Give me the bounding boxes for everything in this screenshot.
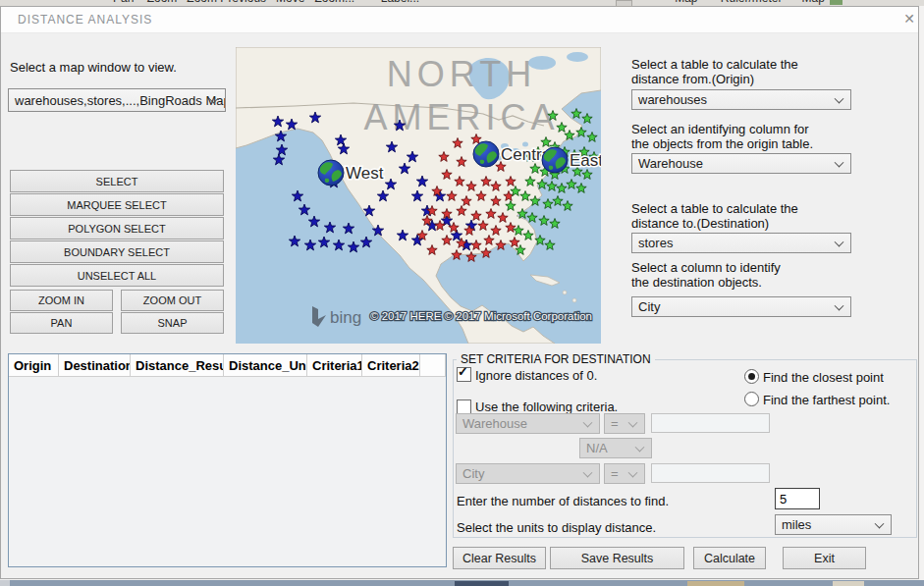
destination-column-label: Select a column to identify the destinat… [631,260,781,290]
radio-dot-icon [748,373,755,380]
criteria1-operator-select: = [604,413,645,434]
chevron-down-icon [875,518,885,528]
map-region-title-line2: AMERICA [363,97,559,137]
criteria1-value-input [651,413,770,433]
closest-point-radio[interactable] [744,369,759,384]
criteria1-field-select: Warehouse [456,413,600,434]
background-toolbar-text: Pan Zoom Zoom Previous Move Zoom... Labe… [113,0,825,5]
criteria2-value-input [651,463,770,483]
use-criteria-label: Use the following criteria. [475,400,618,414]
chevron-down-icon [628,467,638,477]
units-label: Select the units to display distance. [457,520,656,535]
background-fragment [687,581,744,586]
origin-column-label: Select an identifying column for the obj… [631,122,813,151]
origin-column-select[interactable]: Warehouse [631,153,851,174]
chevron-down-icon [628,417,638,427]
column-header-origin: Origin [9,354,59,376]
criteria2-field-select: City [456,463,600,484]
chevron-down-icon [835,157,844,167]
column-header-distance-unit: Distance_Unit [224,354,307,376]
map-window-select[interactable]: warehouses,stores,...,BingRoads Map [8,88,226,112]
criteria2-operator-value: = [611,466,619,481]
farthest-point-label: Find the farthest point. [763,393,890,407]
background-fragment [830,0,842,5]
destination-column-select[interactable]: City [631,296,851,317]
destination-table-value: stores [638,236,673,250]
warehouse-label-east: East [570,151,601,170]
chevron-down-icon [835,300,844,310]
background-fragment [455,581,509,586]
arctic-water [567,52,588,62]
dialog-titlebar[interactable]: DISTANCE ANALYSIS [1,7,918,33]
distance-analysis-screen: { "background": { "toolbar_fragment": "P… [0,0,924,586]
origin-table-label: Select a table to calculate the distance… [631,57,798,86]
ignore-zero-checkbox[interactable]: ✓ [457,367,471,382]
warehouse-marker-east[interactable]: East [542,147,601,173]
chevron-down-icon [583,467,593,477]
units-value: miles [782,517,811,532]
origin-column-value: Warehouse [638,156,703,171]
warehouse-label-west: West [346,164,384,183]
use-criteria-checkbox[interactable] [457,400,471,414]
background-fragment [0,580,10,586]
criteria2-field-value: City [462,466,484,481]
results-table[interactable]: OriginDestinationDistance_ResultDistance… [8,353,447,567]
closest-point-label: Find the closest point [763,370,884,385]
select-button[interactable]: SELECT [10,170,224,192]
map-attribution: © 2017 HERE © 2017 Microsoft Corporation [370,310,592,322]
zoom-out-button[interactable]: ZOOM OUT [121,290,224,311]
dialog-right-edge [919,6,924,580]
criteria1-operator-value: = [611,416,619,431]
criteria-logic-value: N/A [586,441,608,455]
chevron-down-icon [635,442,645,452]
destination-column-value: City [638,299,660,314]
origin-table-value: warehouses [638,92,707,107]
origin-table-select[interactable]: warehouses [631,89,851,110]
column-header-destination: Destination [59,354,131,376]
marquee-select-button[interactable]: MARQUEE SELECT [10,193,224,216]
criteria-groupbox [453,359,917,538]
background-fragment [616,0,632,7]
chevron-down-icon [835,237,844,246]
dialog-title: DISTANCE ANALYSIS [18,13,152,27]
map-region-title-line1: NORTH [387,54,536,94]
clear-results-button[interactable]: Clear Results [453,547,546,569]
column-header-criteria1: Criteria1 [307,354,362,376]
destination-table-select[interactable]: stores [631,233,851,253]
polygon-select-button[interactable]: POLYGON SELECT [10,217,224,240]
criteria2-operator-select: = [604,463,645,484]
warehouse-marker-west[interactable]: West [318,160,384,186]
close-icon[interactable]: ✕ [899,10,919,27]
check-icon: ✓ [458,364,468,379]
zoom-in-button[interactable]: ZOOM IN [10,290,113,311]
boundary-select-button[interactable]: BOUNDARY SELECT [10,240,224,263]
pan-button[interactable]: PAN [10,312,113,334]
column-header-criteria2: Criteria2 [362,354,420,376]
unselect-all-button[interactable]: UNSELECT ALL [10,264,224,287]
map-window-label: Select a map window to view. [10,60,177,75]
criteria1-field-value: Warehouse [462,416,527,431]
ignore-zero-label: Ignore distances of 0. [475,368,597,383]
map-view[interactable]: NORTH AMERICA WestCentralEast bing © 201… [236,47,601,344]
num-distances-label: Enter the number of distances to find. [457,494,669,508]
num-distances-input[interactable] [775,488,820,509]
bing-logo-text: bing [330,308,361,327]
map-window-select-value: warehouses,stores,...,BingRoads Map [15,93,226,108]
units-select[interactable]: miles [775,514,892,535]
criteria-group-title: SET CRITERIA FOR DESTINATION [457,352,655,366]
caribbean-island [563,291,567,294]
farthest-point-radio[interactable] [744,392,759,406]
chevron-down-icon [835,93,844,103]
column-header-filler [420,354,446,376]
snap-button[interactable]: SNAP [121,312,224,334]
destination-table-label: Select a table to calculate the distance… [631,201,798,231]
exit-button[interactable]: Exit [783,547,866,569]
results-table-header: OriginDestinationDistance_ResultDistance… [9,354,446,377]
column-header-distance-result: Distance_Result [131,354,224,376]
calculate-button[interactable]: Calculate [693,547,766,569]
caribbean-island [572,298,576,302]
chevron-down-icon [583,417,593,427]
north-america-map: NORTH AMERICA WestCentralEast bing © 201… [236,47,601,344]
save-results-button[interactable]: Save Results [550,547,684,569]
background-toolbar-fragment: Pan Zoom Zoom Previous Move Zoom... Labe… [0,0,924,6]
